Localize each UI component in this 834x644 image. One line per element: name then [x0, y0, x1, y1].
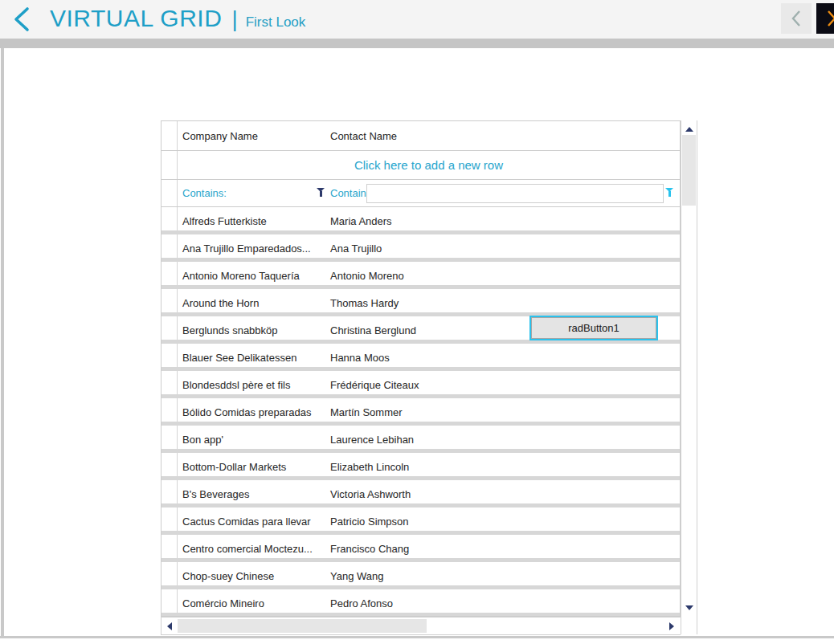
table-row[interactable]: Blauer See Delikatessen Hanna Moos	[161, 344, 680, 371]
header-divider-band	[0, 39, 834, 48]
virtual-grid: Company Name Contact Name Click here to …	[161, 120, 681, 617]
company-cell[interactable]: Around the Horn	[178, 297, 325, 309]
company-cell[interactable]: Comércio Mineiro	[178, 597, 325, 609]
column-header-company[interactable]: Company Name	[178, 130, 325, 142]
column-header-contact[interactable]: Contact Name	[325, 130, 680, 142]
title-group: VIRTUAL GRID | First Look	[50, 0, 305, 39]
contact-cell[interactable]: Antonio Moreno	[325, 270, 680, 282]
row-header-cell[interactable]	[161, 453, 178, 476]
contact-cell[interactable]: Martín Sommer	[325, 406, 680, 418]
company-cell[interactable]: Chop-suey Chinese	[178, 570, 325, 582]
company-cell[interactable]: Bólido Comidas preparadas	[178, 406, 325, 418]
row-header-cell[interactable]	[161, 507, 178, 531]
table-row[interactable]: Bon app' Laurence Lebihan	[161, 426, 680, 453]
vertical-scrollbar-thumb[interactable]	[682, 135, 696, 206]
company-cell[interactable]: Centro comercial Moctezu...	[178, 543, 325, 555]
company-filter-operator[interactable]: Contains:	[182, 187, 227, 199]
back-icon[interactable]	[10, 6, 33, 32]
table-row[interactable]: Cactus Comidas para llevar Patricio Simp…	[161, 507, 680, 535]
previous-example-button[interactable]	[781, 3, 812, 34]
table-row[interactable]: Centro comercial Moctezu... Francisco Ch…	[161, 535, 680, 562]
contact-cell[interactable]: Patricio Simpson	[325, 516, 680, 528]
row-header-cell[interactable]	[161, 480, 178, 503]
scroll-down-icon[interactable]	[685, 605, 693, 610]
row-header-cell[interactable]	[161, 371, 178, 394]
company-cell[interactable]: Antonio Moreno Taquería	[178, 270, 325, 282]
table-row[interactable]: Blondesddsl père et fils Frédérique Cite…	[161, 371, 680, 398]
scroll-right-icon[interactable]	[669, 622, 674, 630]
company-cell[interactable]: Bottom-Dollar Markets	[178, 461, 325, 473]
row-header-cell	[161, 180, 178, 206]
header-bar: VIRTUAL GRID | First Look	[0, 0, 834, 39]
contact-cell[interactable]: Hanna Moos	[325, 352, 680, 364]
table-row[interactable]: Bottom-Dollar Markets Elizabeth Lincoln	[161, 453, 680, 480]
contact-cell[interactable]: Yang Wang	[325, 570, 680, 582]
company-cell[interactable]: Berglunds snabbköp	[178, 324, 325, 336]
row-header-cell[interactable]	[161, 535, 178, 558]
table-row[interactable]: Bólido Comidas preparadas Martín Sommer	[161, 398, 680, 426]
row-header-cell[interactable]	[161, 398, 178, 422]
row-header-cell[interactable]	[161, 289, 178, 312]
contact-cell[interactable]: Francisco Chang	[325, 543, 680, 555]
company-cell[interactable]: Alfreds Futterkiste	[178, 215, 325, 227]
chevron-left-icon	[790, 10, 803, 27]
filter-funnel-active-icon[interactable]	[665, 188, 674, 197]
grid-rows: Alfreds Futterkiste Maria Anders Ana Tru…	[161, 207, 680, 617]
company-cell[interactable]: Blondesddsl père et fils	[178, 379, 325, 391]
table-row[interactable]: Comércio Mineiro Pedro Afonso	[161, 589, 680, 617]
scroll-left-icon[interactable]	[167, 622, 172, 630]
contact-filter-input[interactable]	[366, 184, 664, 203]
page-subtitle: First Look	[246, 14, 306, 31]
company-cell[interactable]: Bon app'	[178, 434, 325, 446]
table-row[interactable]: B's Beverages Victoria Ashworth	[161, 480, 680, 507]
table-row[interactable]: Around the Horn Thomas Hardy	[161, 289, 680, 316]
contact-cell[interactable]: Thomas Hardy	[325, 297, 680, 309]
table-row[interactable]: Antonio Moreno Taquería Antonio Moreno	[161, 262, 680, 289]
contact-cell[interactable]: Laurence Lebihan	[325, 434, 680, 446]
filter-row: Contains: Contains:	[161, 180, 680, 207]
panel-left-border	[1, 48, 4, 637]
row-header-cell[interactable]	[161, 316, 178, 340]
row-header-cell[interactable]	[161, 234, 178, 258]
rad-button[interactable]: radButton1	[529, 316, 658, 340]
row-header-cell[interactable]	[161, 426, 178, 449]
column-header-row: Company Name Contact Name	[161, 121, 680, 151]
horizontal-scrollbar[interactable]	[161, 617, 681, 635]
add-new-row-label[interactable]: Click here to add a new row	[178, 158, 680, 172]
row-header-cell	[161, 151, 178, 179]
contact-cell[interactable]: Ana Trujillo	[325, 243, 680, 255]
contact-cell[interactable]: Elizabeth Lincoln	[325, 461, 680, 473]
company-cell[interactable]: Ana Trujillo Emparedados...	[178, 243, 325, 255]
row-header-cell[interactable]	[161, 121, 178, 150]
vertical-scrollbar[interactable]	[681, 120, 697, 634]
table-row[interactable]: Chop-suey Chinese Yang Wang	[161, 562, 680, 589]
table-row[interactable]: Alfreds Futterkiste Maria Anders	[161, 207, 680, 234]
title-divider: |	[231, 1, 237, 38]
next-example-button[interactable]	[816, 3, 834, 34]
row-header-cell[interactable]	[161, 207, 178, 230]
row-header-cell[interactable]	[161, 344, 178, 367]
table-row[interactable]: Ana Trujillo Emparedados... Ana Trujillo	[161, 234, 680, 262]
contact-cell[interactable]: Victoria Ashworth	[325, 488, 680, 500]
contact-cell[interactable]: Pedro Afonso	[325, 597, 680, 609]
page-title: VIRTUAL GRID	[50, 0, 222, 37]
contact-cell[interactable]: Maria Anders	[325, 215, 680, 227]
filter-funnel-icon[interactable]	[317, 188, 325, 197]
company-cell[interactable]: Cactus Comidas para llevar	[178, 516, 325, 528]
rad-button-label: radButton1	[531, 317, 656, 339]
horizontal-scrollbar-thumb[interactable]	[178, 619, 427, 633]
row-header-cell[interactable]	[161, 562, 178, 585]
panel-bottom-border	[0, 636, 834, 638]
company-cell[interactable]: Blauer See Delikatessen	[178, 352, 325, 364]
row-header-cell[interactable]	[161, 262, 178, 285]
scroll-up-icon[interactable]	[685, 127, 693, 132]
add-new-row[interactable]: Click here to add a new row	[161, 151, 680, 180]
contact-cell[interactable]: Frédérique Citeaux	[325, 379, 680, 391]
company-cell[interactable]: B's Beverages	[178, 488, 325, 500]
chevron-right-icon	[825, 10, 834, 27]
row-header-cell[interactable]	[161, 589, 178, 613]
